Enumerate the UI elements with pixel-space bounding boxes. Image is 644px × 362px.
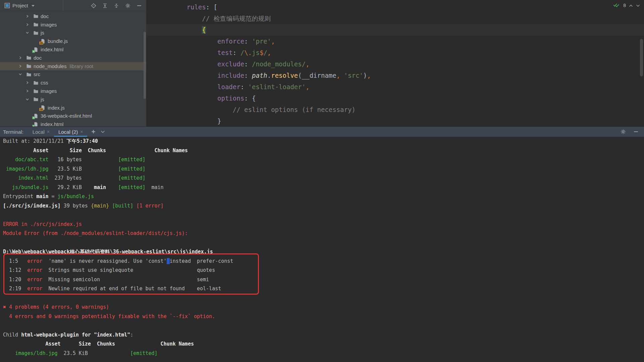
tree-item-src[interactable]: src <box>0 70 146 79</box>
editor-code-area[interactable]: rules: [ // 检查编码规范的规则 { enforce: 'pre', … <box>147 1 644 127</box>
tree-collapsed-arrow-icon[interactable] <box>17 56 23 60</box>
settings-icon[interactable] <box>125 3 130 8</box>
code-line: loader: 'eslint-loader', <box>147 81 644 93</box>
tree-item-images[interactable]: images <box>0 20 146 29</box>
terminal-line <box>0 210 644 220</box>
expand-all-icon[interactable] <box>102 3 108 8</box>
tree-expanded-arrow-icon[interactable] <box>24 31 30 35</box>
folder-icon <box>33 30 39 36</box>
tree-collapsed-arrow-icon[interactable] <box>24 14 30 18</box>
project-scrollbar-thumb[interactable] <box>144 32 146 99</box>
terminal-line <box>0 321 644 330</box>
terminal-line: Entrypoint main = js/bundle.js <box>0 192 644 201</box>
tree-item-label: css <box>41 80 48 85</box>
terminal-line: Asset Size Chunks Chunk Names <box>0 340 644 349</box>
tree-item-label: index.html <box>41 47 63 52</box>
project-tool-window: Project <box>0 0 147 126</box>
terminal-line <box>0 238 644 248</box>
tree-item-css[interactable]: css <box>0 78 146 87</box>
code-line: test: /\.js$/, <box>147 47 644 58</box>
terminal-label: Terminal: <box>3 129 23 135</box>
tree-collapsed-arrow-icon[interactable] <box>17 64 23 68</box>
tree-item-label: node_modules <box>34 63 66 69</box>
inspection-widget[interactable]: 8 <box>613 2 640 9</box>
tab-local[interactable]: Local × <box>28 127 54 137</box>
close-icon[interactable]: × <box>47 129 50 134</box>
next-problem-icon[interactable] <box>636 2 640 8</box>
code-line: enforce: 'pre', <box>147 36 644 47</box>
terminal-line: [./src/js/index.js] 39 bytes {main} [bui… <box>0 201 644 211</box>
project-panel-title[interactable]: Project <box>12 3 28 8</box>
tree-expanded-arrow-icon[interactable] <box>24 98 30 101</box>
project-tree: docimagesjsJSbundle.jsHindex.htmldocnode… <box>0 12 146 126</box>
html-file-icon: H <box>33 113 39 119</box>
terminal-line: index.html 237 bytes [emitted] <box>0 174 644 183</box>
tree-item-bundle.js[interactable]: JSbundle.js <box>0 37 146 45</box>
code-line: rules: [ <box>147 1 644 13</box>
terminal-line: Built at: 2021/11/21 下午5:37:40 <box>0 137 644 146</box>
tree-item-label: images <box>41 88 57 94</box>
folder-icon <box>26 72 32 77</box>
project-panel-header: Project <box>0 0 146 11</box>
tree-expanded-arrow-icon[interactable] <box>17 72 23 76</box>
tree-item-label: doc <box>41 13 49 19</box>
tree-item-node_modules[interactable]: node_moduleslibrary root <box>0 62 146 70</box>
html-file-icon: H <box>33 122 39 126</box>
tree-item-label: js <box>41 30 44 36</box>
terminal-line: js/bundle.js 29.2 KiB main [emitted] mai… <box>0 183 644 192</box>
terminal-output[interactable]: Built at: 2021/11/21 下午5:37:40 Asset Siz… <box>0 137 644 362</box>
tree-item-js[interactable]: js <box>0 29 146 37</box>
tree-item-js[interactable]: js <box>0 95 146 104</box>
tree-item-label: images <box>41 22 57 27</box>
tree-item-label: index.js <box>48 105 65 111</box>
folder-icon <box>33 97 39 102</box>
tree-collapsed-arrow-icon[interactable] <box>24 23 30 26</box>
tab-local-2[interactable]: Local (2) × <box>54 127 88 137</box>
tree-item-index.html[interactable]: Hindex.html <box>0 120 146 126</box>
code-line: options: { <box>147 93 644 104</box>
settings-icon[interactable] <box>621 129 626 134</box>
hide-panel-icon[interactable] <box>633 129 639 134</box>
code-line: exclude: /node_modules/, <box>147 58 644 70</box>
code-line: // 检查编码规范的规则 <box>147 13 644 24</box>
terminal-line: ERROR in ./src/js/index.js <box>0 220 644 229</box>
tree-item-label: js <box>41 97 44 102</box>
tree-item-36-webpack-eslint.html[interactable]: H36-webpack-eslint.html <box>0 112 146 120</box>
collapse-all-icon[interactable] <box>114 3 119 8</box>
close-icon[interactable]: × <box>80 129 83 134</box>
tree-item-images[interactable]: images <box>0 87 146 95</box>
tree-collapsed-arrow-icon[interactable] <box>24 81 30 84</box>
chevron-down-icon[interactable] <box>31 2 35 8</box>
tree-collapsed-arrow-icon[interactable] <box>24 89 30 93</box>
ide-window: { "colors": { "panel_bg": "#3C3F41", "ed… <box>0 0 644 362</box>
tree-item-index.js[interactable]: JSindex.js <box>0 104 146 112</box>
editor[interactable]: rules: [ // 检查编码规范的规则 { enforce: 'pre', … <box>147 0 644 126</box>
editor-scrollbar-thumb[interactable] <box>640 39 643 76</box>
js-file-icon: JS <box>40 105 46 110</box>
code-line: // eslint options (if necessary) <box>147 104 644 115</box>
html-file-icon: H <box>33 47 39 52</box>
terminal-line: Child html-webpack-plugin for "index.htm… <box>0 330 644 340</box>
folder-icon <box>33 88 39 94</box>
tab-label: Local (2) <box>58 129 78 135</box>
project-tool-icon[interactable] <box>4 3 10 8</box>
folder-icon <box>33 22 39 27</box>
terminal-line: 1:5 error 'name' is never reassigned. Us… <box>0 257 644 266</box>
hide-panel-icon[interactable] <box>137 3 142 8</box>
inspections-ok-icon <box>613 2 620 9</box>
tree-item-label: 36-webpack-eslint.html <box>41 113 92 119</box>
terminal-line <box>0 294 644 303</box>
tree-item-index.html[interactable]: Hindex.html <box>0 45 146 54</box>
terminal-line: Asset Size Chunks Chunk Names <box>0 146 644 156</box>
prev-problem-icon[interactable] <box>629 2 633 8</box>
terminal-line: images/ldh.jpg 23.5 KiB [emitted] <box>0 165 644 174</box>
tree-item-label: doc <box>34 55 42 61</box>
add-tab-icon[interactable]: + <box>91 128 95 136</box>
locate-icon[interactable] <box>91 3 96 8</box>
tree-item-doc[interactable]: doc <box>0 54 146 62</box>
header-divider <box>63 0 63 11</box>
tree-item-label: index.html <box>41 121 63 126</box>
tabs-dropdown-icon[interactable] <box>101 130 105 133</box>
folder-icon <box>33 13 39 19</box>
tree-item-doc[interactable]: doc <box>0 12 146 20</box>
